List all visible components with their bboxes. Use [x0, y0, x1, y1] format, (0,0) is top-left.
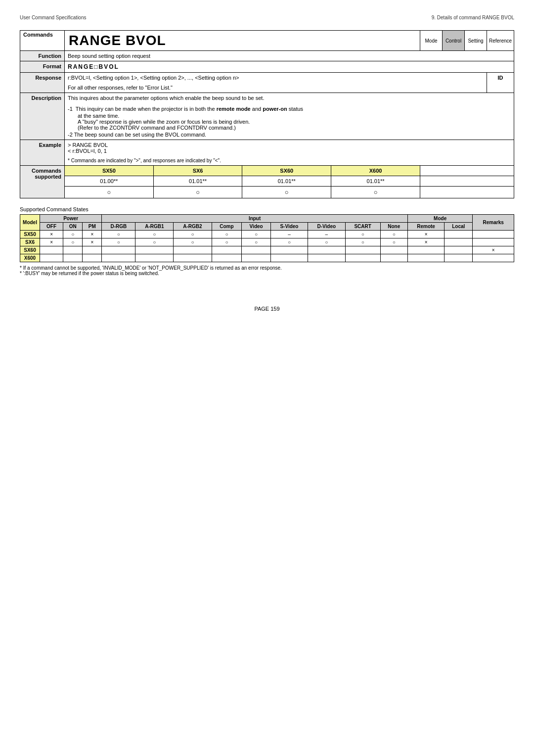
- example-row: Example > RANGE BVOL < r:BVOL=l, 0, 1 * …: [20, 140, 514, 166]
- sx50-drgb: ○: [102, 231, 135, 238]
- x600-comp: [212, 254, 242, 262]
- row-sx6: SX6 × ○ × ○ ○ ○ ○ ○ ○ ○ ○ ○ ×: [20, 238, 514, 246]
- sx60-video: [242, 246, 271, 254]
- col-off: OFF: [40, 223, 63, 231]
- sx6-local: [445, 238, 473, 246]
- sx6-remarks: [473, 238, 514, 246]
- commands-supported-label: Commands supported: [20, 166, 65, 198]
- sx60-comp: [212, 246, 242, 254]
- description-label: Description: [20, 93, 65, 140]
- version-sx6: 01.01**: [153, 176, 242, 187]
- sx60-none: [380, 246, 407, 254]
- x600-pm: [83, 254, 102, 262]
- x600-scart: [345, 254, 380, 262]
- example-content: > RANGE BVOL < r:BVOL=l, 0, 1 * Commands…: [65, 140, 514, 166]
- sx60-svideo: [270, 246, 308, 254]
- col-argb1: A-RGB1: [135, 223, 174, 231]
- sx60-off: [40, 246, 63, 254]
- header-input: Input: [102, 215, 408, 223]
- example-label: Example: [20, 140, 65, 166]
- description-point-1a: at the same time.: [78, 113, 511, 119]
- function-label: Function: [20, 51, 65, 61]
- sx50-argb1: ○: [135, 231, 174, 238]
- sx6-video: ○: [242, 238, 271, 246]
- sx50-video: ○: [242, 231, 271, 238]
- example-line2: < r:BVOL=l, 0, 1: [68, 148, 511, 154]
- header-remarks: Remarks: [473, 215, 514, 231]
- sx60-local: [445, 246, 473, 254]
- col-remote: Remote: [407, 223, 444, 231]
- x600-on: [63, 254, 83, 262]
- example-line3: * Commands are indicated by ">", and res…: [68, 158, 511, 163]
- tab-mode: Mode: [420, 31, 443, 51]
- footnote-1: * If a command cannot be supported, 'INV…: [20, 265, 514, 271]
- commands-supported-circles-row: ○ ○ ○ ○: [20, 187, 514, 198]
- header-power: Power: [40, 215, 102, 223]
- header-mode: Mode: [407, 215, 473, 223]
- sx50-svideo: –: [270, 231, 308, 238]
- sx60-drgb: [102, 246, 135, 254]
- col-comp: Comp: [212, 223, 242, 231]
- commands-supported-header-row: Commands supported SX50 SX6 SX60 X600: [20, 166, 514, 176]
- model-name-sx60: SX60: [20, 246, 40, 254]
- response-row: Response r:BVOL=l, <Setting option 1>, <…: [20, 73, 514, 93]
- col-video: Video: [242, 223, 271, 231]
- row-sx50: SX50 × ○ × ○ ○ ○ ○ ○ – – ○ ○ ×: [20, 231, 514, 238]
- footnote-2: * ':BUSY' may be returned if the power s…: [20, 271, 514, 276]
- sx60-dvideo: [308, 246, 345, 254]
- model-name-sx6: SX6: [20, 238, 40, 246]
- row-sx60: SX60 ×: [20, 246, 514, 254]
- empty-cell-2: [420, 176, 514, 187]
- states-table: Model Power Input Mode Remarks OFF ON PM…: [20, 214, 514, 262]
- function-row: Function Beep sound setting option reque…: [20, 51, 514, 61]
- sx60-pm: [83, 246, 102, 254]
- response-line1: r:BVOL=l, <Setting option 1>, <Setting o…: [68, 75, 484, 81]
- col-drgb: D-RGB: [102, 223, 135, 231]
- sx60-remarks: ×: [473, 246, 514, 254]
- format-row: Format RANGE□BVOL: [20, 61, 514, 73]
- sx6-comp: ○: [212, 238, 242, 246]
- model-x600: X600: [331, 166, 420, 176]
- states-section: Supported Command States Model Power Inp…: [20, 206, 514, 262]
- sx6-on: ○: [63, 238, 83, 246]
- sx6-scart: ○: [345, 238, 380, 246]
- sx6-off: ×: [40, 238, 63, 246]
- sx50-dvideo: –: [308, 231, 345, 238]
- x600-remarks: [473, 254, 514, 262]
- page-footer: PAGE 159: [20, 306, 514, 312]
- sx50-none: ○: [380, 231, 407, 238]
- format-label: Format: [20, 61, 65, 73]
- sx60-on: [63, 246, 83, 254]
- description-point-1: -1 This inquiry can be made when the pro…: [68, 106, 511, 112]
- sx50-remarks: [473, 231, 514, 238]
- model-sx6: SX6: [153, 166, 242, 176]
- row-x600: X600: [20, 254, 514, 262]
- footnotes: * If a command cannot be supported, 'INV…: [20, 265, 514, 276]
- tab-reference: Reference: [487, 31, 514, 51]
- sx6-remote: ×: [407, 238, 444, 246]
- sx6-drgb: ○: [102, 238, 135, 246]
- sx50-remote: ×: [407, 231, 444, 238]
- col-none: None: [380, 223, 407, 231]
- page-number: PAGE 159: [254, 306, 279, 312]
- sx60-scart: [345, 246, 380, 254]
- x600-drgb: [102, 254, 135, 262]
- description-point-1b: A "busy" response is given while the zoo…: [78, 119, 511, 125]
- x600-video: [242, 254, 271, 262]
- sx50-pm: ×: [83, 231, 102, 238]
- id-cell: ID: [487, 73, 514, 93]
- x600-local: [445, 254, 473, 262]
- sx6-pm: ×: [83, 238, 102, 246]
- commands-label: Commands: [20, 31, 65, 51]
- x600-off: [40, 254, 63, 262]
- description-row: Description This inquires about the para…: [20, 93, 514, 140]
- format-content: RANGE□BVOL: [68, 63, 119, 70]
- empty-cell-1: [420, 166, 514, 176]
- sx60-remote: [407, 246, 444, 254]
- states-title: Supported Command States: [20, 206, 514, 212]
- model-name-sx50: SX50: [20, 231, 40, 238]
- col-scart: SCART: [345, 223, 380, 231]
- version-x600: 01.01**: [331, 176, 420, 187]
- x600-none: [380, 254, 407, 262]
- x600-svideo: [270, 254, 308, 262]
